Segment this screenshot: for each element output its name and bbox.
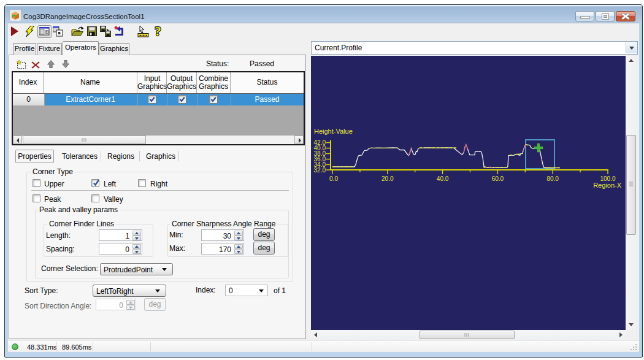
svg-text:80.0: 80.0 (546, 175, 559, 182)
svg-text:Height-Value: Height-Value (314, 128, 353, 135)
svg-text:0.0: 0.0 (329, 175, 338, 182)
svg-text:?: ? (155, 25, 161, 37)
svg-text:60.0: 60.0 (492, 175, 504, 182)
svg-text:40.0: 40.0 (437, 175, 449, 182)
svg-text:Region-X: Region-X (593, 182, 622, 189)
svg-text:32.0: 32.0 (314, 167, 326, 174)
svg-text:20.0: 20.0 (381, 175, 394, 182)
